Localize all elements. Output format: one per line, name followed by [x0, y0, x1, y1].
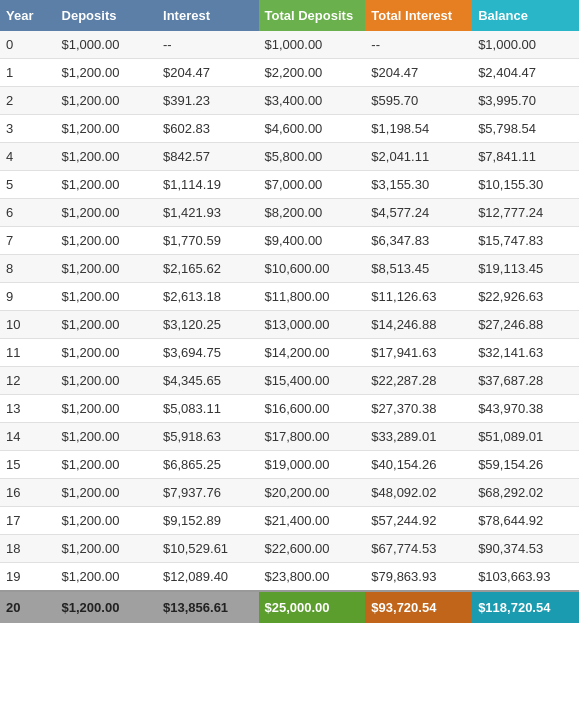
cell-balance: $51,089.01: [472, 423, 579, 451]
cell-total-deposits: $8,200.00: [259, 199, 366, 227]
cell-deposits: $1,000.00: [56, 31, 157, 59]
cell-interest: $1,421.93: [157, 199, 258, 227]
cell-year: 6: [0, 199, 56, 227]
header-total-deposits: Total Deposits: [259, 0, 366, 31]
cell-year: 4: [0, 143, 56, 171]
cell-total-deposits: $20,200.00: [259, 479, 366, 507]
table-row: 17$1,200.00$9,152.89$21,400.00$57,244.92…: [0, 507, 579, 535]
table-row: 14$1,200.00$5,918.63$17,800.00$33,289.01…: [0, 423, 579, 451]
footer-row: 20 $1,200.00 $13,856.61 $25,000.00 $93,7…: [0, 591, 579, 623]
header-total-interest: Total Interest: [365, 0, 472, 31]
cell-interest: $5,918.63: [157, 423, 258, 451]
cell-interest: $204.47: [157, 59, 258, 87]
compound-interest-table: Year Deposits Interest Total Deposits To…: [0, 0, 579, 623]
cell-balance: $19,113.45: [472, 255, 579, 283]
table-row: 15$1,200.00$6,865.25$19,000.00$40,154.26…: [0, 451, 579, 479]
table-row: 19$1,200.00$12,089.40$23,800.00$79,863.9…: [0, 563, 579, 592]
cell-total-interest: $48,092.02: [365, 479, 472, 507]
cell-total-deposits: $10,600.00: [259, 255, 366, 283]
cell-deposits: $1,200.00: [56, 115, 157, 143]
cell-interest: $2,165.62: [157, 255, 258, 283]
cell-deposits: $1,200.00: [56, 199, 157, 227]
table-row: 16$1,200.00$7,937.76$20,200.00$48,092.02…: [0, 479, 579, 507]
cell-balance: $12,777.24: [472, 199, 579, 227]
cell-balance: $7,841.11: [472, 143, 579, 171]
cell-balance: $5,798.54: [472, 115, 579, 143]
cell-year: 5: [0, 171, 56, 199]
table-row: 0$1,000.00--$1,000.00--$1,000.00: [0, 31, 579, 59]
table-row: 3$1,200.00$602.83$4,600.00$1,198.54$5,79…: [0, 115, 579, 143]
cell-total-interest: $33,289.01: [365, 423, 472, 451]
cell-year: 10: [0, 311, 56, 339]
cell-deposits: $1,200.00: [56, 479, 157, 507]
cell-balance: $22,926.63: [472, 283, 579, 311]
cell-balance: $103,663.93: [472, 563, 579, 592]
cell-total-interest: $11,126.63: [365, 283, 472, 311]
cell-year: 11: [0, 339, 56, 367]
cell-balance: $2,404.47: [472, 59, 579, 87]
cell-interest: $12,089.40: [157, 563, 258, 592]
cell-total-deposits: $4,600.00: [259, 115, 366, 143]
cell-total-interest: $204.47: [365, 59, 472, 87]
cell-interest: $7,937.76: [157, 479, 258, 507]
cell-year: 16: [0, 479, 56, 507]
footer-interest: $13,856.61: [157, 591, 258, 623]
cell-total-interest: $6,347.83: [365, 227, 472, 255]
cell-interest: $4,345.65: [157, 367, 258, 395]
cell-total-interest: $595.70: [365, 87, 472, 115]
cell-total-interest: $8,513.45: [365, 255, 472, 283]
cell-year: 19: [0, 563, 56, 592]
table-row: 12$1,200.00$4,345.65$15,400.00$22,287.28…: [0, 367, 579, 395]
cell-deposits: $1,200.00: [56, 227, 157, 255]
footer-balance: $118,720.54: [472, 591, 579, 623]
cell-total-deposits: $19,000.00: [259, 451, 366, 479]
table-row: 11$1,200.00$3,694.75$14,200.00$17,941.63…: [0, 339, 579, 367]
cell-total-deposits: $3,400.00: [259, 87, 366, 115]
cell-interest: $5,083.11: [157, 395, 258, 423]
cell-interest: --: [157, 31, 258, 59]
cell-interest: $842.57: [157, 143, 258, 171]
cell-total-interest: $17,941.63: [365, 339, 472, 367]
cell-balance: $90,374.53: [472, 535, 579, 563]
cell-deposits: $1,200.00: [56, 535, 157, 563]
cell-interest: $3,694.75: [157, 339, 258, 367]
cell-interest: $10,529.61: [157, 535, 258, 563]
cell-deposits: $1,200.00: [56, 423, 157, 451]
cell-interest: $6,865.25: [157, 451, 258, 479]
header-deposits: Deposits: [56, 0, 157, 31]
table-row: 5$1,200.00$1,114.19$7,000.00$3,155.30$10…: [0, 171, 579, 199]
table-row: 6$1,200.00$1,421.93$8,200.00$4,577.24$12…: [0, 199, 579, 227]
footer-deposits: $1,200.00: [56, 591, 157, 623]
cell-year: 14: [0, 423, 56, 451]
cell-deposits: $1,200.00: [56, 255, 157, 283]
cell-total-interest: $22,287.28: [365, 367, 472, 395]
cell-balance: $27,246.88: [472, 311, 579, 339]
cell-interest: $1,770.59: [157, 227, 258, 255]
cell-balance: $1,000.00: [472, 31, 579, 59]
cell-balance: $68,292.02: [472, 479, 579, 507]
cell-total-interest: --: [365, 31, 472, 59]
cell-deposits: $1,200.00: [56, 339, 157, 367]
cell-total-deposits: $22,600.00: [259, 535, 366, 563]
cell-total-deposits: $9,400.00: [259, 227, 366, 255]
cell-total-deposits: $17,800.00: [259, 423, 366, 451]
cell-interest: $9,152.89: [157, 507, 258, 535]
cell-deposits: $1,200.00: [56, 311, 157, 339]
cell-interest: $3,120.25: [157, 311, 258, 339]
cell-deposits: $1,200.00: [56, 451, 157, 479]
cell-total-interest: $3,155.30: [365, 171, 472, 199]
cell-deposits: $1,200.00: [56, 283, 157, 311]
cell-total-interest: $14,246.88: [365, 311, 472, 339]
header-year: Year: [0, 0, 56, 31]
cell-total-interest: $79,863.93: [365, 563, 472, 592]
table-row: 2$1,200.00$391.23$3,400.00$595.70$3,995.…: [0, 87, 579, 115]
cell-year: 8: [0, 255, 56, 283]
cell-total-deposits: $16,600.00: [259, 395, 366, 423]
footer-year: 20: [0, 591, 56, 623]
cell-deposits: $1,200.00: [56, 143, 157, 171]
header-balance: Balance: [472, 0, 579, 31]
cell-total-interest: $57,244.92: [365, 507, 472, 535]
cell-total-deposits: $23,800.00: [259, 563, 366, 592]
table-row: 8$1,200.00$2,165.62$10,600.00$8,513.45$1…: [0, 255, 579, 283]
cell-deposits: $1,200.00: [56, 563, 157, 592]
